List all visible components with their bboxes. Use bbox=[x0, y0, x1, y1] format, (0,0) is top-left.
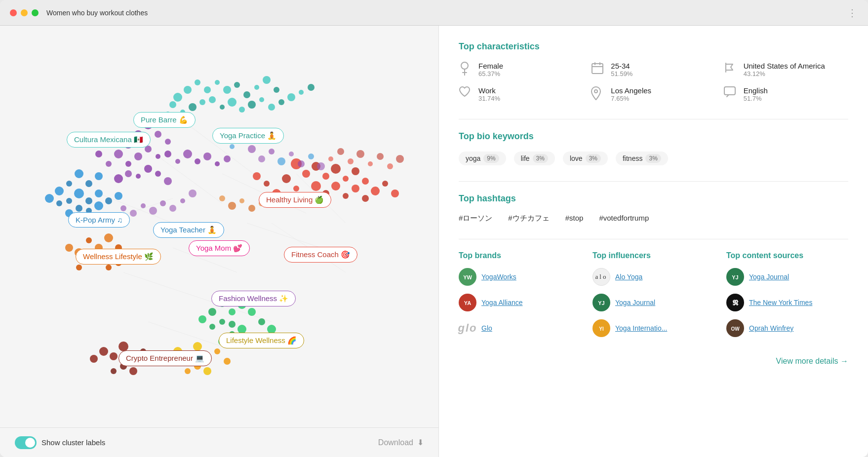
svg-point-163 bbox=[337, 148, 344, 155]
svg-point-109 bbox=[208, 308, 216, 316]
source-oprah: OW Oprah Winfrey bbox=[726, 319, 848, 337]
keyword-yoga: yoga 9% bbox=[459, 152, 506, 165]
svg-point-59 bbox=[343, 176, 349, 182]
heart-icon bbox=[459, 86, 473, 100]
alo-yoga-logo: alo bbox=[592, 268, 610, 286]
svg-point-13 bbox=[189, 103, 197, 111]
network-canvas: Pure Barre 💪 Cultura Mexicana 🇲🇽 Yoga Pr… bbox=[0, 26, 438, 427]
influencer-yoga-journal: YJ Yoga Journal bbox=[592, 294, 714, 311]
oprah-name[interactable]: Oprah Winfrey bbox=[749, 324, 793, 332]
flag-icon bbox=[724, 62, 738, 76]
download-icon: ⬇ bbox=[417, 438, 424, 447]
svg-point-45 bbox=[195, 158, 200, 164]
nyt-name[interactable]: The New York Times bbox=[749, 299, 812, 306]
svg-point-138 bbox=[111, 368, 117, 374]
cluster-crypto-entrepreneur[interactable]: Crypto Entrepreneur 💻 bbox=[118, 350, 212, 366]
svg-point-79 bbox=[85, 180, 92, 187]
svg-point-47 bbox=[215, 161, 220, 166]
svg-point-19 bbox=[248, 101, 256, 109]
cluster-kpop-army[interactable]: K-Pop Army ♫ bbox=[68, 212, 130, 228]
svg-point-180 bbox=[141, 203, 146, 208]
language-name: English bbox=[744, 86, 768, 95]
titlebar: Women who buy workout clothes ⋮ bbox=[0, 0, 868, 26]
char-location: Los Angeles 7.65% bbox=[591, 86, 715, 103]
svg-text:OW: OW bbox=[731, 326, 740, 332]
cluster-yoga-teacher[interactable]: Yoga Teacher 🧘 bbox=[153, 222, 224, 238]
right-panel: Top characteristics Female 65.37% bbox=[438, 26, 868, 457]
svg-rect-184 bbox=[592, 64, 603, 74]
svg-point-71 bbox=[371, 187, 380, 195]
cluster-cultura-mexicana[interactable]: Cultura Mexicana 🇲🇽 bbox=[67, 132, 151, 148]
svg-point-154 bbox=[230, 144, 235, 149]
svg-text:𝕹: 𝕹 bbox=[732, 299, 739, 307]
svg-point-35 bbox=[156, 154, 160, 159]
svg-point-46 bbox=[203, 152, 211, 160]
svg-point-162 bbox=[328, 156, 333, 161]
yoga-journal-src-name[interactable]: Yoga Journal bbox=[749, 273, 789, 281]
svg-point-8 bbox=[254, 85, 259, 90]
svg-point-81 bbox=[66, 181, 72, 187]
traffic-lights bbox=[10, 9, 39, 16]
char-age: 25-34 51.59% bbox=[591, 62, 715, 78]
cluster-fashion-wellness[interactable]: Fashion Wellness ✨ bbox=[211, 291, 296, 306]
svg-point-179 bbox=[149, 207, 157, 215]
svg-point-48 bbox=[224, 155, 231, 162]
svg-point-17 bbox=[228, 98, 237, 107]
bio-keywords-title: Top bio keywords bbox=[459, 131, 848, 142]
svg-point-4 bbox=[215, 80, 220, 85]
oprah-logo: OW bbox=[726, 319, 744, 337]
characteristics-title: Top characteristics bbox=[459, 41, 848, 52]
yogaworks-name[interactable]: YogaWorks bbox=[481, 273, 516, 281]
svg-point-53 bbox=[114, 174, 123, 183]
svg-point-133 bbox=[110, 352, 118, 360]
download-button[interactable]: Download ⬇ bbox=[378, 438, 424, 447]
svg-point-80 bbox=[95, 172, 103, 180]
svg-point-93 bbox=[56, 200, 62, 206]
yoga-alliance-name[interactable]: Yoga Alliance bbox=[481, 299, 523, 306]
svg-point-131 bbox=[118, 342, 128, 351]
svg-point-155 bbox=[258, 155, 265, 162]
view-more-button[interactable]: View more details → bbox=[776, 357, 848, 366]
language-pct: 51.7% bbox=[744, 95, 768, 102]
female-pct: 65.37% bbox=[478, 70, 503, 77]
svg-point-1 bbox=[195, 79, 200, 85]
svg-point-2 bbox=[173, 93, 182, 102]
svg-point-127 bbox=[203, 367, 211, 375]
svg-point-105 bbox=[65, 244, 73, 252]
svg-point-128 bbox=[185, 368, 191, 374]
yoga-journal-inf-name[interactable]: Yoga Journal bbox=[615, 299, 655, 306]
maximize-button[interactable] bbox=[32, 9, 39, 16]
svg-point-153 bbox=[248, 145, 256, 153]
network-panel: Pure Barre 💪 Cultura Mexicana 🇲🇽 Yoga Pr… bbox=[0, 26, 438, 457]
cluster-pure-barre[interactable]: Pure Barre 💪 bbox=[133, 112, 196, 128]
svg-point-6 bbox=[234, 82, 240, 88]
glo-name[interactable]: Glo bbox=[481, 324, 492, 332]
char-female: Female 65.37% bbox=[459, 62, 583, 78]
alo-yoga-name[interactable]: Alo Yoga bbox=[615, 273, 642, 281]
svg-point-3 bbox=[204, 86, 211, 93]
cluster-labels-toggle[interactable] bbox=[15, 436, 37, 449]
svg-point-60 bbox=[352, 167, 359, 175]
svg-point-139 bbox=[90, 355, 98, 363]
svg-point-172 bbox=[239, 198, 244, 203]
cluster-yoga-mom[interactable]: Yoga Mom 💕 bbox=[189, 240, 250, 256]
svg-point-181 bbox=[130, 210, 137, 217]
minimize-button[interactable] bbox=[21, 9, 28, 16]
cluster-healthy-living[interactable]: Healthy Living 🍏 bbox=[259, 192, 331, 208]
country-pct: 43.12% bbox=[744, 70, 825, 77]
cluster-wellness-lifestyle[interactable]: Wellness Lifestyle 🌿 bbox=[76, 249, 161, 265]
window-title: Women who buy workout clothes bbox=[46, 9, 148, 17]
more-options-icon[interactable]: ⋮ bbox=[847, 7, 858, 19]
svg-point-130 bbox=[224, 358, 231, 365]
cluster-lifestyle-wellness[interactable]: Lifestyle Wellness 🌈 bbox=[219, 333, 304, 348]
svg-point-37 bbox=[125, 161, 131, 167]
yogaworks-logo: YW bbox=[459, 268, 476, 286]
cluster-fitness-coach[interactable]: Fitness Coach 🎯 bbox=[284, 247, 357, 263]
cluster-yoga-practice[interactable]: Yoga Practice 🧘 bbox=[212, 128, 284, 144]
svg-text:YJ: YJ bbox=[732, 274, 738, 280]
svg-point-189 bbox=[594, 90, 597, 93]
yoga-journal-inf-logo: YJ bbox=[592, 294, 610, 311]
svg-point-175 bbox=[189, 190, 197, 197]
yoga-international-name[interactable]: Yoga Internatio... bbox=[615, 324, 667, 332]
close-button[interactable] bbox=[10, 9, 17, 16]
